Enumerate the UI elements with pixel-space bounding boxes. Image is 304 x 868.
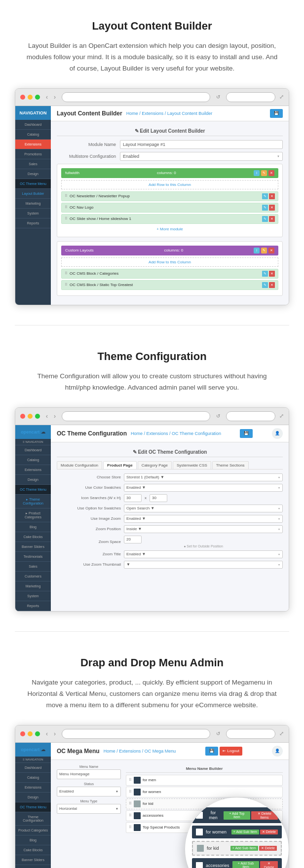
- s3-cake-blocks[interactable]: Cake Blocks: [15, 845, 51, 855]
- drag-handle-5[interactable]: ⠿: [65, 283, 68, 287]
- module-edit-1[interactable]: ✎: [262, 193, 268, 199]
- status-select[interactable]: Enabled▼: [57, 787, 121, 796]
- add-to-column-1[interactable]: Add Row to this Column: [61, 180, 278, 189]
- s2-reports[interactable]: Reports: [15, 601, 51, 611]
- expand-icon[interactable]: ⤢: [279, 94, 284, 100]
- delete-btn-women[interactable]: ✕ Delete: [260, 830, 278, 834]
- tc-select-image-zoom[interactable]: Enabled ▼: [124, 515, 283, 523]
- s3-sales[interactable]: Sales: [15, 865, 51, 868]
- s2-sales[interactable]: Sales: [15, 562, 51, 572]
- sidebar-item-system2[interactable]: System: [15, 209, 51, 218]
- module-edit-4[interactable]: ✎: [262, 271, 268, 277]
- expand-icon-3[interactable]: ⤢: [279, 730, 284, 737]
- s2-theme-config[interactable]: ▸ Theme Configuration: [15, 495, 51, 508]
- drag-handle-2[interactable]: ⠿: [65, 205, 68, 210]
- s2-oc-theme[interactable]: OC Theme Menu: [15, 485, 51, 495]
- add-top-btn-men[interactable]: + Add Top Item: [224, 811, 250, 820]
- s3-catalog[interactable]: Catalog: [15, 773, 51, 783]
- drag-handle-1[interactable]: ⠿: [65, 194, 68, 198]
- tc-select-zoom-position[interactable]: Inside ▼: [124, 525, 283, 533]
- add-sub-btn-kid[interactable]: + Add Sub Item: [230, 846, 258, 851]
- sidebar-item-catalog[interactable]: Catalog: [15, 130, 51, 140]
- delete-btn-accessories[interactable]: ✕ Delete: [260, 861, 278, 868]
- s3-dashboard[interactable]: Dashboard: [15, 763, 51, 773]
- drag-top-special[interactable]: ⠿: [129, 825, 132, 830]
- drag-handle-4[interactable]: ⠿: [65, 271, 68, 276]
- nav-forward-2[interactable]: ›: [52, 413, 58, 420]
- drag-accessories[interactable]: ⠿: [129, 813, 132, 818]
- drag-kid[interactable]: ⠿: [129, 801, 132, 806]
- s2-cake-blocks[interactable]: Cake Blocks: [15, 532, 51, 542]
- add-sub-btn-accessories[interactable]: + Add Sub Item: [232, 861, 260, 868]
- module-delete-2[interactable]: ✕: [269, 205, 275, 211]
- s3-design[interactable]: Design: [15, 793, 51, 802]
- nav-back-3[interactable]: ‹: [44, 730, 50, 737]
- tc-select-store[interactable]: Storeist 1 (Default) ▼: [124, 473, 283, 481]
- tc-select-swatches[interactable]: Enabled ▼: [124, 484, 283, 492]
- module-name-input[interactable]: Layout Homepage #1: [120, 140, 283, 149]
- drag-handle-3[interactable]: ⠿: [65, 217, 68, 221]
- save-button-3[interactable]: 💾: [205, 747, 218, 756]
- sidebar-item-system[interactable]: Sales: [15, 159, 51, 169]
- tab-category-page[interactable]: Category Page: [138, 461, 172, 469]
- sidebar-item-oc-theme[interactable]: OC Theme Menu: [15, 179, 51, 189]
- s2-design[interactable]: Design: [15, 475, 51, 485]
- s3-theme-config[interactable]: Theme Configuration: [15, 812, 51, 826]
- reload-icon[interactable]: ↺: [214, 93, 222, 101]
- s2-system[interactable]: System: [15, 591, 51, 601]
- browser-search-2[interactable]: [226, 411, 275, 421]
- col2-info-btn[interactable]: i: [254, 248, 260, 253]
- tab-theme-sections[interactable]: Theme Sections: [212, 461, 249, 469]
- s2-product-categories[interactable]: ▸ Product Categories: [15, 508, 51, 522]
- add-more-btn-1[interactable]: + More module: [61, 225, 278, 233]
- add-sub-btn-women[interactable]: + Add Sub Item: [231, 830, 259, 834]
- expand-icon-2[interactable]: ⤢: [279, 413, 284, 419]
- module-edit-5[interactable]: ✎: [262, 282, 268, 288]
- module-edit-3[interactable]: ✎: [262, 216, 268, 222]
- add-to-column-2[interactable]: Add Row to this Column: [61, 257, 278, 267]
- s2-marketing[interactable]: Marketing: [15, 581, 51, 591]
- reload-icon-3[interactable]: ↺: [214, 730, 222, 738]
- module-delete-4[interactable]: ✕: [269, 271, 275, 277]
- sidebar-item-dashboard[interactable]: Dashboard: [15, 120, 51, 130]
- sidebar-item-reports[interactable]: Reports: [15, 218, 51, 228]
- multistore-select[interactable]: Enabled: [120, 152, 283, 161]
- save-button[interactable]: 💾: [270, 109, 283, 118]
- s2-catalog[interactable]: Catalog: [15, 455, 51, 465]
- delete-btn-men[interactable]: ✕ Delete Items: [251, 811, 278, 820]
- module-delete-3[interactable]: ✕: [269, 216, 275, 222]
- s3-extensions[interactable]: Extensions: [15, 783, 51, 793]
- s2-testimonials[interactable]: Testimonials: [15, 552, 51, 562]
- s3-product-categories[interactable]: Product Categories: [15, 826, 51, 835]
- tc-input-height[interactable]: 30: [150, 494, 167, 502]
- menu-type-select[interactable]: Horizontal▼: [57, 804, 121, 814]
- tc-select-zoom-title[interactable]: Enabled ▼: [124, 550, 283, 558]
- col-info-btn[interactable]: i: [254, 170, 260, 176]
- tab-module-config[interactable]: Module Configuration: [57, 461, 102, 469]
- tc-input-width[interactable]: 30: [124, 494, 142, 502]
- module-edit-2[interactable]: ✎: [262, 205, 268, 211]
- tc-input-zoom-space[interactable]: 20: [124, 536, 142, 543]
- s2-customers[interactable]: Customers: [15, 572, 51, 581]
- sidebar-item-marketing[interactable]: Marketing: [15, 199, 51, 209]
- menu-name-input[interactable]: Menu Homepage: [57, 769, 121, 779]
- tc-select-option-swatches[interactable]: Open Search ▼: [124, 505, 283, 512]
- s2-extensions[interactable]: Extensions: [15, 465, 51, 475]
- col-edit-btn[interactable]: ✎: [261, 170, 267, 176]
- nav-forward[interactable]: ›: [52, 94, 58, 101]
- tc-select-zoom-thumbnail[interactable]: ▼: [124, 561, 283, 569]
- browser-search[interactable]: [226, 92, 275, 102]
- s3-blog[interactable]: Blog: [15, 835, 51, 845]
- delete-btn-kid[interactable]: ✕ Delete: [259, 846, 277, 851]
- sidebar-item-design[interactable]: Design: [15, 169, 51, 179]
- s2-blog[interactable]: Blog: [15, 522, 51, 532]
- browser-search-3[interactable]: [226, 729, 275, 739]
- sidebar-item-extensions[interactable]: Extensions: [15, 140, 51, 149]
- s3-oc-theme[interactable]: OC Theme Menu: [15, 802, 51, 812]
- reload-icon-2[interactable]: ↺: [214, 412, 222, 420]
- s2-dashboard[interactable]: Dashboard: [15, 445, 51, 455]
- save-button-2[interactable]: 💾: [240, 429, 253, 438]
- drag-men[interactable]: ⠿: [129, 778, 132, 782]
- tab-systemwide-css[interactable]: Systemwide CSS: [173, 461, 211, 469]
- s3-banner-sliders[interactable]: Banner Sliders: [15, 855, 51, 865]
